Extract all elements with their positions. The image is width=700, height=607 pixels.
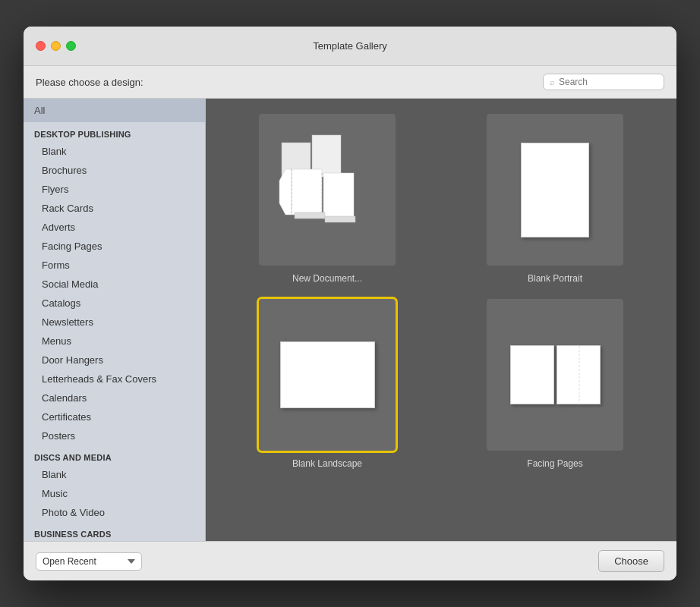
choose-button[interactable]: Choose bbox=[598, 550, 664, 572]
sidebar-item-catalogs[interactable]: Catalogs bbox=[24, 294, 205, 313]
sidebar-item-all[interactable]: All bbox=[24, 99, 205, 122]
sidebar-item-newsletters[interactable]: Newsletters bbox=[24, 313, 205, 332]
maximize-button[interactable] bbox=[66, 41, 76, 51]
sidebar-item-posters[interactable]: Posters bbox=[24, 426, 205, 445]
sidebar-item-menus[interactable]: Menus bbox=[24, 332, 205, 351]
sidebar-item-discs-blank[interactable]: Blank bbox=[24, 465, 205, 484]
facing-page-left bbox=[510, 345, 554, 404]
sidebar-item-forms[interactable]: Forms bbox=[24, 256, 205, 275]
titlebar: Template Gallery bbox=[24, 27, 676, 66]
sidebar-item-calendars[interactable]: Calendars bbox=[24, 388, 205, 407]
blank-landscape-preview bbox=[280, 341, 375, 408]
sidebar-item-facing-pages[interactable]: Facing Pages bbox=[24, 237, 205, 256]
minimize-button[interactable] bbox=[51, 41, 61, 51]
sidebar-item-letterheads[interactable]: Letterheads & Fax Covers bbox=[24, 370, 205, 388]
toolbar: Please choose a design: ⌕ bbox=[24, 66, 676, 99]
template-label-blank-portrait: Blank Portrait bbox=[528, 273, 582, 284]
footer-bar: Open Recent Choose bbox=[24, 541, 676, 580]
svg-rect-7 bbox=[295, 212, 325, 219]
template-card-facing-pages[interactable]: Facing Pages bbox=[449, 299, 661, 469]
sidebar-item-brochures[interactable]: Brochures bbox=[24, 161, 205, 180]
template-grid: New Document... Blank Portrait Blank Lan… bbox=[206, 99, 676, 541]
template-card-blank-landscape[interactable]: Blank Landscape bbox=[221, 299, 434, 469]
template-card-new-document[interactable]: New Document... bbox=[221, 114, 434, 284]
sidebar: All Desktop Publishing Blank Brochures F… bbox=[24, 99, 206, 541]
template-thumbnail-blank-portrait bbox=[487, 114, 623, 266]
template-thumbnail-facing-pages bbox=[487, 299, 623, 451]
svg-rect-3 bbox=[292, 169, 322, 215]
close-button[interactable] bbox=[36, 41, 46, 51]
toolbar-label: Please choose a design: bbox=[36, 77, 143, 88]
template-label-facing-pages: Facing Pages bbox=[527, 458, 582, 469]
sidebar-item-adverts[interactable]: Adverts bbox=[24, 218, 205, 237]
template-label-blank-landscape: Blank Landscape bbox=[292, 458, 362, 469]
sidebar-section-desktop-publishing: Desktop Publishing bbox=[24, 122, 205, 142]
traffic-lights bbox=[36, 41, 76, 51]
sidebar-item-social-media[interactable]: Social Media bbox=[24, 275, 205, 294]
svg-rect-2 bbox=[323, 173, 354, 219]
blank-portrait-preview bbox=[521, 143, 589, 237]
facing-page-right bbox=[557, 345, 601, 404]
sidebar-item-photo-video[interactable]: Photo & Video bbox=[24, 503, 205, 522]
open-recent-container: Open Recent bbox=[36, 552, 142, 571]
sidebar-section-discs-media: Discs and Media bbox=[24, 445, 205, 465]
template-thumbnail-blank-landscape bbox=[259, 299, 396, 451]
facing-pages-preview bbox=[510, 345, 601, 404]
template-label-new-document: New Document... bbox=[292, 273, 362, 284]
sidebar-item-music[interactable]: Music bbox=[24, 484, 205, 503]
svg-marker-4 bbox=[279, 169, 292, 215]
template-card-blank-portrait[interactable]: Blank Portrait bbox=[449, 114, 661, 284]
sidebar-item-blank[interactable]: Blank bbox=[24, 142, 205, 161]
sidebar-item-flyers[interactable]: Flyers bbox=[24, 180, 205, 199]
new-document-preview bbox=[274, 125, 380, 254]
search-box[interactable]: ⌕ bbox=[543, 74, 664, 90]
open-recent-dropdown[interactable]: Open Recent bbox=[36, 552, 142, 571]
sidebar-item-certificates[interactable]: Certificates bbox=[24, 407, 205, 426]
sidebar-item-rack-cards[interactable]: Rack Cards bbox=[24, 199, 205, 218]
template-gallery-window: Template Gallery Please choose a design:… bbox=[24, 27, 676, 580]
search-input[interactable] bbox=[559, 77, 657, 87]
svg-rect-8 bbox=[325, 216, 355, 222]
window-title: Template Gallery bbox=[313, 40, 387, 52]
sidebar-section-business-cards: Business Cards bbox=[24, 522, 205, 541]
search-icon: ⌕ bbox=[550, 77, 555, 86]
sidebar-item-door-hangers[interactable]: Door Hangers bbox=[24, 351, 205, 370]
template-thumbnail-new-document bbox=[259, 114, 396, 266]
content-area: All Desktop Publishing Blank Brochures F… bbox=[24, 99, 676, 541]
